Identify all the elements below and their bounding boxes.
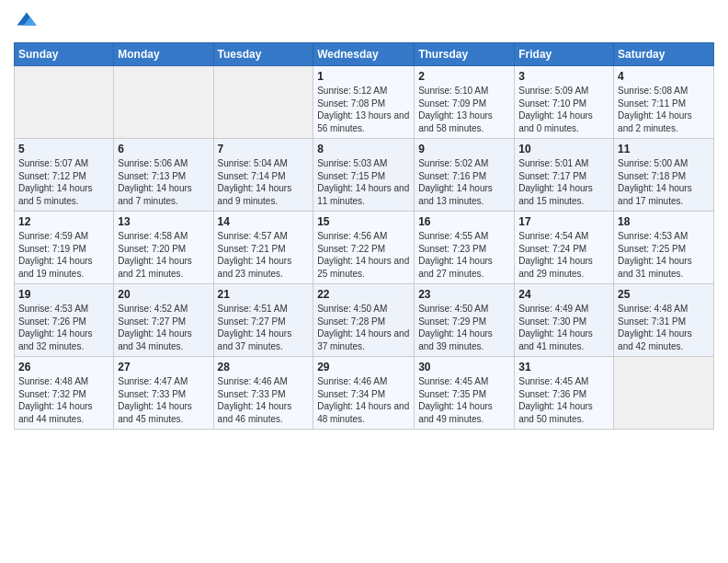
calendar-cell: 1Sunrise: 5:12 AM Sunset: 7:08 PM Daylig… <box>313 66 415 139</box>
day-info: Sunrise: 5:12 AM Sunset: 7:08 PM Dayligh… <box>317 85 410 134</box>
day-info: Sunrise: 4:51 AM Sunset: 7:27 PM Dayligh… <box>218 303 310 352</box>
day-number: 29 <box>317 361 410 373</box>
day-number: 24 <box>518 288 609 301</box>
day-info: Sunrise: 4:59 AM Sunset: 7:19 PM Dayligh… <box>18 230 109 280</box>
calendar-cell: 11Sunrise: 5:00 AM Sunset: 7:18 PM Dayli… <box>614 139 714 212</box>
week-row-1: 1Sunrise: 5:12 AM Sunset: 7:08 PM Daylig… <box>15 66 714 139</box>
day-number: 30 <box>418 361 510 373</box>
day-number: 4 <box>618 70 710 83</box>
day-info: Sunrise: 5:07 AM Sunset: 7:12 PM Dayligh… <box>18 157 109 207</box>
day-number: 1 <box>317 70 410 83</box>
weekday-header-wednesday: Wednesday <box>313 43 415 66</box>
week-row-4: 19Sunrise: 4:53 AM Sunset: 7:26 PM Dayli… <box>15 284 714 357</box>
day-info: Sunrise: 4:48 AM Sunset: 7:32 PM Dayligh… <box>18 375 109 425</box>
calendar-cell: 29Sunrise: 4:46 AM Sunset: 7:34 PM Dayli… <box>313 357 415 430</box>
week-row-5: 26Sunrise: 4:48 AM Sunset: 7:32 PM Dayli… <box>15 357 714 430</box>
calendar-cell: 14Sunrise: 4:57 AM Sunset: 7:21 PM Dayli… <box>213 212 313 284</box>
day-number: 26 <box>18 361 109 373</box>
day-info: Sunrise: 4:53 AM Sunset: 7:25 PM Dayligh… <box>618 230 710 280</box>
calendar-cell: 28Sunrise: 4:46 AM Sunset: 7:33 PM Dayli… <box>213 357 313 430</box>
day-number: 23 <box>418 288 510 301</box>
calendar-cell: 9Sunrise: 5:02 AM Sunset: 7:16 PM Daylig… <box>415 139 515 212</box>
day-number: 12 <box>18 215 109 228</box>
calendar-cell <box>15 66 114 139</box>
calendar-cell: 22Sunrise: 4:50 AM Sunset: 7:28 PM Dayli… <box>313 284 415 357</box>
day-info: Sunrise: 5:03 AM Sunset: 7:15 PM Dayligh… <box>317 157 410 207</box>
week-row-2: 5Sunrise: 5:07 AM Sunset: 7:12 PM Daylig… <box>15 139 714 212</box>
day-info: Sunrise: 4:54 AM Sunset: 7:24 PM Dayligh… <box>518 230 609 280</box>
weekday-header-monday: Monday <box>114 43 213 66</box>
calendar-cell: 15Sunrise: 4:56 AM Sunset: 7:22 PM Dayli… <box>313 212 415 284</box>
calendar-cell: 3Sunrise: 5:09 AM Sunset: 7:10 PM Daylig… <box>515 66 614 139</box>
day-info: Sunrise: 5:10 AM Sunset: 7:09 PM Dayligh… <box>418 85 510 134</box>
day-number: 3 <box>518 70 609 83</box>
calendar-table: SundayMondayTuesdayWednesdayThursdayFrid… <box>14 42 714 430</box>
calendar-cell: 2Sunrise: 5:10 AM Sunset: 7:09 PM Daylig… <box>415 66 515 139</box>
day-info: Sunrise: 4:50 AM Sunset: 7:28 PM Dayligh… <box>317 303 410 352</box>
day-info: Sunrise: 4:45 AM Sunset: 7:35 PM Dayligh… <box>418 375 510 425</box>
calendar-cell: 4Sunrise: 5:08 AM Sunset: 7:11 PM Daylig… <box>614 66 714 139</box>
calendar-cell: 26Sunrise: 4:48 AM Sunset: 7:32 PM Dayli… <box>15 357 114 430</box>
day-number: 10 <box>518 143 609 155</box>
day-number: 27 <box>118 361 209 373</box>
calendar-cell <box>614 357 714 430</box>
day-info: Sunrise: 5:08 AM Sunset: 7:11 PM Dayligh… <box>618 85 710 134</box>
calendar-cell: 6Sunrise: 5:06 AM Sunset: 7:13 PM Daylig… <box>114 139 213 212</box>
calendar-cell: 8Sunrise: 5:03 AM Sunset: 7:15 PM Daylig… <box>313 139 415 212</box>
calendar-cell: 7Sunrise: 5:04 AM Sunset: 7:14 PM Daylig… <box>213 139 313 212</box>
calendar-cell: 31Sunrise: 4:45 AM Sunset: 7:36 PM Dayli… <box>515 357 614 430</box>
calendar-cell: 12Sunrise: 4:59 AM Sunset: 7:19 PM Dayli… <box>15 212 114 284</box>
day-info: Sunrise: 4:52 AM Sunset: 7:27 PM Dayligh… <box>118 303 209 352</box>
day-info: Sunrise: 4:56 AM Sunset: 7:22 PM Dayligh… <box>317 230 410 280</box>
day-number: 2 <box>418 70 510 83</box>
day-info: Sunrise: 5:02 AM Sunset: 7:16 PM Dayligh… <box>418 157 510 207</box>
day-number: 7 <box>218 143 310 155</box>
calendar-cell: 20Sunrise: 4:52 AM Sunset: 7:27 PM Dayli… <box>114 284 213 357</box>
day-number: 19 <box>18 288 109 301</box>
calendar-cell: 5Sunrise: 5:07 AM Sunset: 7:12 PM Daylig… <box>15 139 114 212</box>
calendar-cell: 13Sunrise: 4:58 AM Sunset: 7:20 PM Dayli… <box>114 212 213 284</box>
day-number: 6 <box>118 143 209 155</box>
day-number: 28 <box>218 361 310 373</box>
day-number: 18 <box>618 215 710 228</box>
calendar-cell <box>213 66 313 139</box>
weekday-header-tuesday: Tuesday <box>213 43 313 66</box>
day-info: Sunrise: 4:45 AM Sunset: 7:36 PM Dayligh… <box>518 375 609 425</box>
day-number: 16 <box>418 215 510 228</box>
day-info: Sunrise: 4:58 AM Sunset: 7:20 PM Dayligh… <box>118 230 209 280</box>
day-info: Sunrise: 4:53 AM Sunset: 7:26 PM Dayligh… <box>18 303 109 352</box>
weekday-header-friday: Friday <box>515 43 614 66</box>
calendar-cell: 24Sunrise: 4:49 AM Sunset: 7:30 PM Dayli… <box>515 284 614 357</box>
calendar-cell: 17Sunrise: 4:54 AM Sunset: 7:24 PM Dayli… <box>515 212 614 284</box>
logo <box>14 9 43 35</box>
day-number: 11 <box>618 143 710 155</box>
calendar-cell: 21Sunrise: 4:51 AM Sunset: 7:27 PM Dayli… <box>213 284 313 357</box>
day-number: 8 <box>317 143 410 155</box>
weekday-header-saturday: Saturday <box>614 43 714 66</box>
day-number: 31 <box>518 361 609 373</box>
day-number: 17 <box>518 215 609 228</box>
week-row-3: 12Sunrise: 4:59 AM Sunset: 7:19 PM Dayli… <box>15 212 714 284</box>
day-info: Sunrise: 4:50 AM Sunset: 7:29 PM Dayligh… <box>418 303 510 352</box>
page: SundayMondayTuesdayWednesdayThursdayFrid… <box>0 0 728 563</box>
day-info: Sunrise: 4:46 AM Sunset: 7:33 PM Dayligh… <box>218 375 310 425</box>
day-info: Sunrise: 4:47 AM Sunset: 7:33 PM Dayligh… <box>118 375 209 425</box>
day-info: Sunrise: 5:06 AM Sunset: 7:13 PM Dayligh… <box>118 157 209 207</box>
day-info: Sunrise: 5:00 AM Sunset: 7:18 PM Dayligh… <box>618 157 710 207</box>
day-number: 20 <box>118 288 209 301</box>
calendar-cell: 10Sunrise: 5:01 AM Sunset: 7:17 PM Dayli… <box>515 139 614 212</box>
weekday-header-thursday: Thursday <box>415 43 515 66</box>
day-number: 13 <box>118 215 209 228</box>
calendar-cell: 16Sunrise: 4:55 AM Sunset: 7:23 PM Dayli… <box>415 212 515 284</box>
weekday-header-sunday: Sunday <box>15 43 114 66</box>
weekday-header-row: SundayMondayTuesdayWednesdayThursdayFrid… <box>15 43 714 66</box>
day-number: 15 <box>317 215 410 228</box>
day-number: 5 <box>18 143 109 155</box>
day-info: Sunrise: 5:04 AM Sunset: 7:14 PM Dayligh… <box>218 157 310 207</box>
day-info: Sunrise: 4:49 AM Sunset: 7:30 PM Dayligh… <box>518 303 609 352</box>
calendar-cell: 27Sunrise: 4:47 AM Sunset: 7:33 PM Dayli… <box>114 357 213 430</box>
day-number: 22 <box>317 288 410 301</box>
day-info: Sunrise: 5:09 AM Sunset: 7:10 PM Dayligh… <box>518 85 609 134</box>
day-number: 25 <box>618 288 710 301</box>
calendar-cell <box>114 66 213 139</box>
